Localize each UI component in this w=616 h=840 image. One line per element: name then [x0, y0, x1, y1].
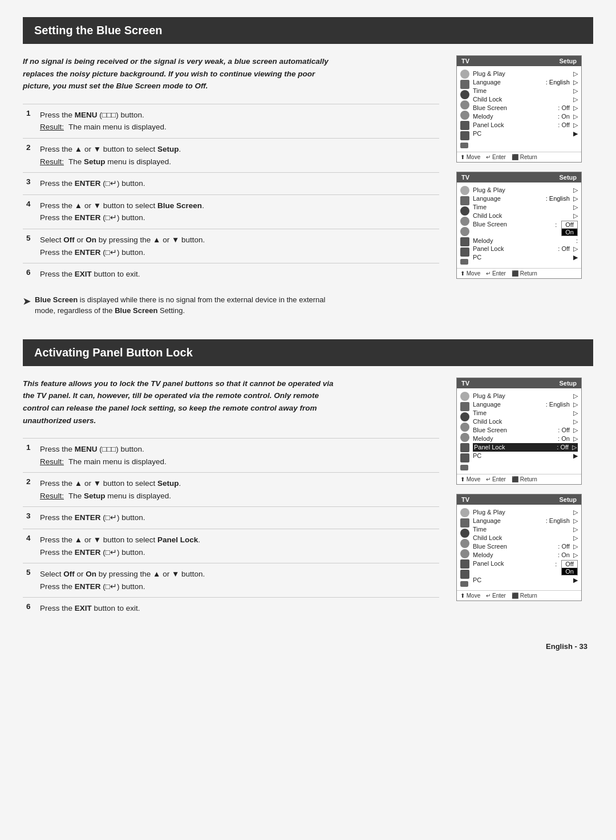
tv-menus-section2: TV Setup — [456, 378, 593, 619]
section-panel-lock-title: Activating Panel Button Lock — [23, 339, 593, 366]
note-blue-screen: ➤ Blue Screen is displayed while there i… — [23, 294, 342, 316]
step-number: 1 — [23, 104, 37, 138]
tv-menu-2: TV Setup — [456, 172, 582, 279]
tv-menu-body: Plug & Play▷ Language: English ▷ Time▷ C… — [457, 66, 581, 152]
tv-menu-header: TV Setup — [457, 494, 581, 505]
tv-menu-footer: ⬆ Move ↵ Enter ⬛ Return — [457, 590, 581, 600]
step-number: 6 — [23, 263, 37, 285]
page-footer: English - 33 — [23, 642, 593, 651]
table-row: 4 Press the ▲ or ▼ button to select Pane… — [23, 529, 439, 563]
tv-menu-3: TV Setup — [456, 378, 582, 485]
table-row: 5 Select Off or On by pressing the ▲ or … — [23, 563, 439, 598]
step-number: 2 — [23, 473, 37, 507]
tv-menu-footer: ⬆ Move ↵ Enter ⬛ Return — [457, 152, 581, 162]
steps-table-2: 1 Press the MENU (□□□) button. Result:Th… — [23, 438, 439, 619]
step-content: Press the ▲ or ▼ button to select Setup.… — [37, 473, 439, 507]
tv-menu-4: TV Setup — [456, 494, 582, 601]
table-row: 6 Press the EXIT button to exit. — [23, 263, 439, 285]
table-row: 1 Press the MENU (□□□) button. Result:Th… — [23, 439, 439, 473]
steps-column-2: This feature allows you to lock the TV p… — [23, 378, 439, 619]
step-content: Press the ▲ or ▼ button to select Blue S… — [37, 194, 439, 229]
step-number: 1 — [23, 439, 37, 473]
tv-menu-body: Plug & Play▷ Language: English ▷ Time▷ C… — [457, 505, 581, 590]
section-panel-lock: Activating Panel Button Lock This featur… — [23, 339, 593, 619]
tv-menu-1: TV Setup — [456, 55, 582, 163]
step-number: 6 — [23, 598, 37, 619]
tv-menu-header: TV Setup — [457, 378, 581, 388]
step-number: 4 — [23, 529, 37, 563]
tv-menu-body: Plug & Play▷ Language: English ▷ Time▷ C… — [457, 182, 581, 268]
note-arrow-icon: ➤ — [23, 295, 30, 316]
step-content: Press the MENU (□□□) button. Result:The … — [37, 439, 439, 473]
table-row: 4 Press the ▲ or ▼ button to select Blue… — [23, 194, 439, 229]
step-number: 2 — [23, 138, 37, 172]
step-content: Press the ENTER (□↵) button. — [37, 507, 439, 529]
step-content: Select Off or On by pressing the ▲ or ▼ … — [37, 563, 439, 598]
note-text: Blue Screen is displayed while there is … — [35, 294, 342, 316]
step-content: Press the ENTER (□↵) button. — [37, 173, 439, 195]
step-number: 5 — [23, 563, 37, 598]
step-content: Press the ▲ or ▼ button to select Panel … — [37, 529, 439, 563]
section-blue-screen-intro: If no signal is being received or the si… — [23, 55, 342, 92]
step-content: Press the EXIT button to exit. — [37, 263, 439, 285]
tv-menu-header: TV Setup — [457, 56, 581, 66]
step-number: 3 — [23, 173, 37, 195]
steps-table-1: 1 Press the MENU (□□□) button. Result:Th… — [23, 104, 439, 285]
tv-menu-footer: ⬆ Move ↵ Enter ⬛ Return — [457, 268, 581, 278]
step-number: 3 — [23, 507, 37, 529]
step-content: Press the MENU (□□□) button. Result:The … — [37, 104, 439, 138]
steps-column-1: If no signal is being received or the si… — [23, 55, 439, 316]
step-number: 5 — [23, 229, 37, 263]
table-row: 1 Press the MENU (□□□) button. Result:Th… — [23, 104, 439, 138]
step-content: Select Off or On by pressing the ▲ or ▼ … — [37, 229, 439, 263]
table-row: 3 Press the ENTER (□↵) button. — [23, 507, 439, 529]
tv-menu-header: TV Setup — [457, 172, 581, 182]
table-row: 2 Press the ▲ or ▼ button to select Setu… — [23, 138, 439, 172]
step-content: Press the EXIT button to exit. — [37, 598, 439, 619]
table-row: 5 Select Off or On by pressing the ▲ or … — [23, 229, 439, 263]
tv-menu-body: Plug & Play▷ Language: English ▷ Time▷ C… — [457, 388, 581, 474]
table-row: 6 Press the EXIT button to exit. — [23, 598, 439, 619]
tv-menus-section1: TV Setup — [456, 55, 593, 316]
tv-menu-footer: ⬆ Move ↵ Enter ⬛ Return — [457, 474, 581, 484]
table-row: 3 Press the ENTER (□↵) button. — [23, 173, 439, 195]
section-blue-screen: Setting the Blue Screen If no signal is … — [23, 17, 593, 316]
section-panel-lock-intro: This feature allows you to lock the TV p… — [23, 378, 342, 427]
section-blue-screen-title: Setting the Blue Screen — [23, 17, 593, 44]
page-number: English - 33 — [546, 642, 587, 651]
step-content: Press the ▲ or ▼ button to select Setup.… — [37, 138, 439, 172]
table-row: 2 Press the ▲ or ▼ button to select Setu… — [23, 473, 439, 507]
step-number: 4 — [23, 194, 37, 229]
